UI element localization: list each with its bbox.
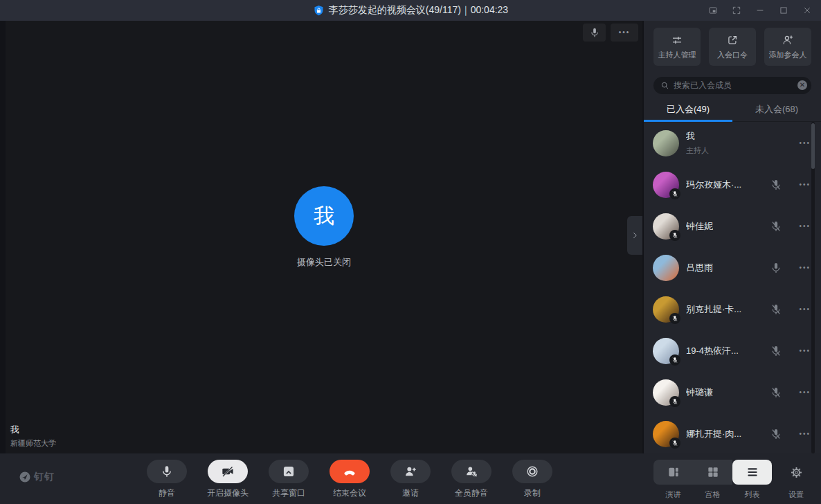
end-call-icon — [343, 465, 357, 478]
member-row[interactable]: 19-4热依汗... ••• — [644, 330, 821, 372]
invite-icon — [404, 465, 417, 478]
toolbar-share-window-button[interactable]: 共享窗口 — [258, 460, 319, 499]
member-panel: 主持人管理 入会口令 添加参会人 ✕ 已入会(49) 未入会(68) — [644, 21, 821, 453]
stage-more-button[interactable]: ••• — [611, 24, 638, 42]
view-list-button[interactable]: 列表 — [732, 460, 772, 500]
member-row[interactable]: 别克扎提·卡... ••• — [644, 289, 821, 330]
muted-badge-icon — [669, 354, 680, 366]
avatar — [653, 255, 679, 281]
member-more-icon[interactable]: ••• — [799, 264, 811, 271]
clear-search-icon[interactable]: ✕ — [797, 80, 807, 90]
member-name: 19-4热依汗... — [686, 345, 739, 357]
meeting-title: 李莎莎发起的视频会议(49/117)｜00:04:23 — [329, 4, 508, 17]
video-stage: ••• 我 摄像头已关闭 我 新疆师范大学 — [6, 21, 642, 453]
member-more-icon[interactable]: ••• — [799, 306, 811, 313]
camera-off-label: 摄像头已关闭 — [297, 256, 351, 269]
minimize-icon[interactable] — [752, 2, 768, 19]
meeting-code-button[interactable]: 入会口令 — [709, 28, 756, 66]
bottom-bar: 钉钉 静音 开启摄像头 共享窗口 结束会议 邀请 — [0, 453, 821, 504]
close-icon[interactable] — [799, 2, 815, 19]
settings-label: 设置 — [788, 489, 804, 500]
stage-mic-button[interactable] — [583, 24, 606, 42]
panel-collapse-handle[interactable] — [627, 216, 642, 255]
mute-all-icon — [464, 465, 478, 478]
member-mic-icon[interactable] — [770, 137, 782, 150]
external-link-icon — [726, 34, 739, 46]
member-name: 我 — [686, 130, 709, 143]
view-grid-button[interactable]: 宫格 — [693, 460, 732, 500]
tab-not-joined-label: 未入会(68) — [755, 103, 798, 116]
member-more-icon[interactable]: ••• — [799, 389, 811, 396]
member-tabs: 已入会(49) 未入会(68) — [644, 98, 821, 122]
tab-not-joined[interactable]: 未入会(68) — [732, 98, 821, 121]
muted-badge-icon — [669, 313, 680, 324]
toolbar-invite-button[interactable]: 邀请 — [380, 460, 441, 499]
person-plus-icon — [782, 34, 794, 46]
member-mic-icon[interactable] — [770, 428, 782, 440]
toolbar-camera-label: 开启摄像头 — [207, 487, 249, 499]
member-row[interactable]: 玛尔孜娅木·... ••• — [644, 164, 821, 206]
member-row[interactable]: 娜扎开提·肉... ••• — [644, 413, 821, 453]
search-icon — [660, 81, 669, 90]
tab-joined[interactable]: 已入会(49) — [644, 98, 732, 121]
dingtalk-logo-icon — [19, 471, 31, 483]
member-more-icon[interactable]: ••• — [799, 348, 811, 354]
search-input[interactable] — [674, 80, 797, 90]
member-mic-icon[interactable] — [770, 345, 782, 357]
scrollbar-thumb[interactable] — [811, 123, 815, 169]
dingtalk-logo-text: 钉钉 — [34, 471, 55, 483]
member-more-icon[interactable]: ••• — [799, 223, 811, 230]
member-row[interactable]: 我 主持人 ••• — [644, 123, 821, 164]
member-name: 钟佳妮 — [686, 220, 713, 233]
security-shield-lock-icon — [313, 5, 325, 17]
toolbar-record-label: 录制 — [524, 487, 541, 499]
member-row[interactable]: 吕思雨 ••• — [644, 247, 821, 289]
member-mic-icon[interactable] — [770, 386, 782, 399]
toolbar-mute-all-button[interactable]: 全员静音 — [441, 460, 502, 499]
settings-button[interactable]: 设置 — [781, 460, 811, 500]
main-area: ••• 我 摄像头已关闭 我 新疆师范大学 主持人管理 — [0, 21, 821, 453]
maximize-icon[interactable] — [775, 2, 792, 19]
dingtalk-branding: 钉钉 — [19, 471, 55, 483]
member-name: 玛尔孜娅木·... — [686, 179, 741, 191]
member-mic-icon[interactable] — [770, 179, 782, 191]
fullscreen-icon[interactable] — [728, 2, 745, 19]
view-speaker-button[interactable]: 演讲 — [653, 460, 693, 500]
member-mic-icon[interactable] — [770, 303, 782, 316]
member-name: 别克扎提·卡... — [686, 303, 741, 316]
self-avatar-text: 我 — [314, 202, 334, 231]
toolbar-mute-all-label: 全员静音 — [455, 487, 488, 499]
member-more-icon[interactable]: ••• — [799, 181, 811, 188]
host-management-label: 主持人管理 — [658, 50, 696, 60]
member-row[interactable]: 钟璐谦 ••• — [644, 372, 821, 413]
meeting-code-label: 入会口令 — [717, 50, 748, 60]
member-row[interactable]: 钟佳妮 ••• — [644, 206, 821, 247]
view-list-label: 列表 — [745, 489, 760, 500]
toolbar-end-meeting-button[interactable]: 结束会议 — [319, 460, 380, 499]
toolbar-record-button[interactable]: 录制 — [502, 460, 563, 499]
record-icon — [525, 465, 539, 478]
toolbar-mute-label: 静音 — [159, 487, 175, 499]
speaker-organization: 新疆师范大学 — [10, 438, 56, 449]
member-more-icon[interactable]: ••• — [799, 140, 811, 147]
search-box: ✕ — [653, 77, 811, 94]
speaker-view-icon — [667, 465, 680, 479]
host-management-button[interactable]: 主持人管理 — [653, 28, 701, 66]
member-more-icon[interactable]: ••• — [799, 431, 811, 438]
sliders-icon — [671, 34, 683, 46]
member-mic-icon[interactable] — [770, 220, 782, 233]
avatar — [653, 130, 679, 156]
panel-actions: 主持人管理 入会口令 添加参会人 — [653, 28, 811, 66]
mini-window-icon[interactable] — [705, 2, 721, 19]
stage-center: 我 摄像头已关闭 — [6, 186, 642, 269]
tab-joined-label: 已入会(49) — [667, 103, 710, 116]
toolbar-mute-button[interactable]: 静音 — [136, 460, 197, 499]
view-speaker-label: 演讲 — [666, 489, 681, 500]
add-participant-button[interactable]: 添加参会人 — [764, 28, 811, 66]
toolbar-camera-button[interactable]: 开启摄像头 — [197, 460, 258, 499]
member-list-scrollbar[interactable] — [811, 122, 815, 453]
member-mic-icon[interactable] — [770, 262, 782, 274]
speaker-name: 我 — [10, 424, 56, 436]
toolbar-share-label: 共享窗口 — [272, 487, 305, 499]
toolbar-invite-label: 邀请 — [402, 487, 419, 499]
